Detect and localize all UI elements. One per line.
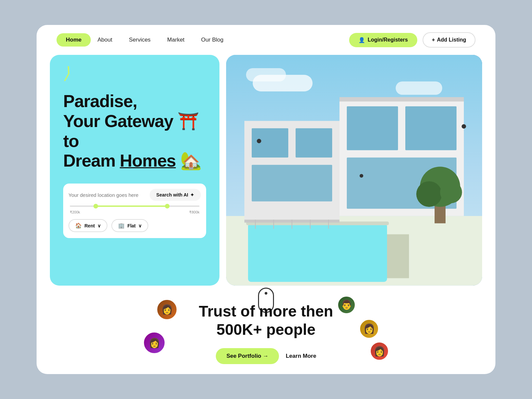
window-right-2	[405, 106, 457, 150]
hero-title-line2: Your Gateway ⛩️ to	[63, 111, 199, 151]
navbar: Home About Services Market Our Blog 👤 Lo…	[37, 25, 495, 55]
light-2	[462, 124, 466, 129]
trust-cta-buttons: See Portfolio → Learn More	[216, 348, 316, 364]
rent-icon: 🏠	[75, 222, 82, 229]
search-ai-label: Search with AI	[156, 192, 188, 198]
hero-left-panel: ⟩ Paradise, Your Gateway ⛩️ to Dream Hom…	[50, 55, 219, 286]
rent-chevron-icon: ∨	[97, 223, 101, 228]
search-box: Search with AI ✦ ₹200k ₹800k	[63, 184, 206, 238]
gate-emoji: ⛩️	[178, 111, 199, 131]
flat-icon: 🏢	[118, 222, 125, 229]
filter-row: 🏠 Rent ∨ 🏢 Flat ∨	[68, 219, 201, 232]
ai-sparkle-icon: ✦	[190, 192, 194, 198]
house-emoji: 🏡	[180, 151, 201, 170]
login-register-button[interactable]: 👤 Login/Registers	[349, 33, 417, 47]
house-illustration	[226, 55, 482, 286]
tree-top-3	[440, 181, 462, 203]
nav-link-services[interactable]: Services	[129, 37, 151, 43]
trust-line2: 500K+ people	[216, 321, 316, 338]
window-left-1	[252, 128, 288, 158]
range-max-label: ₹800k	[189, 210, 200, 214]
tree-top-2	[416, 181, 442, 207]
light-3	[360, 174, 363, 178]
search-row: Search with AI ✦	[68, 189, 201, 201]
learn-more-button[interactable]: Learn More	[286, 353, 316, 359]
avatar-3: 👩	[359, 319, 379, 339]
user-icon: 👤	[358, 37, 365, 43]
nav-link-blog[interactable]: Our Blog	[201, 37, 223, 43]
trust-line1: Trust of more then	[199, 303, 333, 320]
nav-right-actions: 👤 Login/Registers + Add Listing	[349, 32, 475, 48]
avatar-1: 👩	[156, 299, 178, 320]
pool-steps	[387, 234, 409, 278]
scroll-dot	[265, 292, 267, 295]
nav-link-market[interactable]: Market	[167, 37, 185, 43]
nav-link-about[interactable]: About	[97, 37, 112, 43]
search-input[interactable]	[68, 191, 146, 199]
range-labels: ₹200k ₹800k	[70, 210, 200, 214]
window-right-1	[347, 106, 398, 150]
window-left-2	[296, 128, 332, 158]
roof-edge	[339, 97, 464, 101]
rent-filter-button[interactable]: 🏠 Rent ∨	[68, 219, 107, 232]
light-1	[257, 139, 261, 143]
range-track	[70, 205, 200, 207]
flat-filter-button[interactable]: 🏢 Flat ∨	[111, 219, 148, 232]
page-card: Home About Services Market Our Blog 👤 Lo…	[37, 25, 495, 374]
search-ai-button[interactable]: Search with AI ✦	[150, 189, 201, 201]
range-thumb-max[interactable]	[165, 204, 170, 208]
trust-title: Trust of more then 500K+ people	[199, 302, 333, 339]
hero-right-image	[226, 55, 482, 286]
trust-section: 👩 👨 👩 👩 👩 Trust of more then 500K+ peopl…	[50, 296, 482, 364]
price-range-row: ₹200k ₹800k	[68, 205, 201, 214]
add-listing-button[interactable]: + Add Listing	[423, 32, 475, 48]
main-content: ⟩ Paradise, Your Gateway ⛩️ to Dream Hom…	[37, 55, 495, 296]
range-thumb-min[interactable]	[93, 204, 98, 208]
avatar-2: 👨	[337, 296, 356, 314]
rent-label: Rent	[84, 223, 95, 228]
range-min-label: ₹200k	[70, 210, 80, 214]
hero-title-line1: Paradise,	[63, 91, 137, 111]
window-left-3	[252, 165, 332, 201]
plus-icon: +	[432, 37, 435, 43]
flat-label: Flat	[127, 223, 136, 228]
avatar-5: 👩	[370, 341, 389, 361]
range-fill	[96, 205, 167, 207]
pool-water	[248, 223, 387, 282]
nav-links: About Services Market Our Blog	[97, 37, 223, 43]
see-portfolio-button[interactable]: See Portfolio →	[216, 348, 279, 364]
avatar-4: 👩	[143, 332, 166, 354]
decorative-squiggle: ⟩	[63, 65, 70, 81]
flat-chevron-icon: ∨	[138, 223, 142, 228]
hero-title: Paradise, Your Gateway ⛩️ to Dream Homes…	[63, 91, 206, 171]
hero-title-line3: Dream Homes 🏡	[63, 151, 201, 170]
nav-home-button[interactable]: Home	[57, 33, 91, 47]
bottom-section: 👩 👨 👩 👩 👩 Trust of more then 500K+ peopl…	[37, 296, 495, 374]
